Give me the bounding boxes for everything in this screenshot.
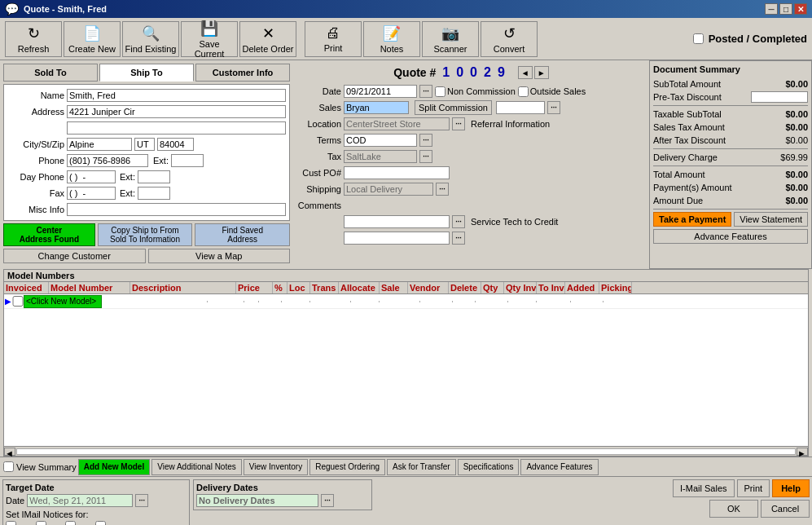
view-inventory-button[interactable]: View Inventory [244,459,308,475]
refresh-button[interactable]: ↻ Refresh [5,21,62,57]
pretax-input[interactable] [751,91,808,103]
shipping-label: Shipping [296,184,341,194]
ask-transfer-button[interactable]: Ask for Transfer [387,459,456,475]
row-checkbox[interactable] [12,296,24,307]
address-input[interactable] [67,105,286,118]
change-customer-button[interactable]: Change Customer [3,249,146,263]
terms-dots-button[interactable]: ··· [419,134,432,147]
posted-checkbox[interactable] [693,33,704,44]
fax-label: Fax [7,188,64,198]
view-summary-check[interactable]: View Summary [3,461,77,472]
split-commission-button[interactable]: Split Commission [415,100,492,115]
date-dots-button[interactable]: ··· [419,85,432,98]
day-phone-input[interactable] [67,170,116,183]
tab-sold-to[interactable]: Sold To [3,64,98,82]
advance-features-top-button[interactable]: Advance Features [653,229,808,244]
comments-dots1[interactable]: ··· [452,215,465,228]
cancel-button[interactable]: Cancel [761,500,810,518]
view-statement-button[interactable]: View Statement [734,212,808,227]
delivery-dates-input[interactable] [196,494,318,507]
sales2-input[interactable] [496,101,545,114]
take-payment-button[interactable]: Take a Payment [653,212,731,227]
non-commission-check[interactable]: Non Commission [435,86,516,97]
city-input[interactable] [67,138,132,151]
date-input[interactable] [344,85,417,98]
delete-order-button[interactable]: ✕ Delete Order [239,21,296,57]
address2-input[interactable] [67,121,286,135]
advance-features-bottom-button[interactable]: Advance Features [520,459,598,475]
find-existing-button[interactable]: 🔍 Find Existing [122,21,179,57]
phone-input[interactable] [67,154,148,167]
sales-dots-button[interactable]: ··· [547,101,560,114]
notes-icon: 📝 [383,24,401,42]
tab-customer-info[interactable]: Customer Info [195,64,290,82]
add-new-model-button[interactable]: Add New Model [78,459,150,475]
delivery-dots[interactable]: ··· [321,494,334,507]
state-input[interactable] [134,138,155,151]
view-map-button[interactable]: View a Map [148,249,291,263]
tab-ship-to[interactable]: Ship To [99,64,194,82]
cust-po-input[interactable] [344,166,450,179]
create-new-button[interactable]: 📄 Create New [64,21,121,57]
save-current-button[interactable]: 💾 Save Current [181,21,238,57]
terms-input[interactable] [344,134,417,147]
location-input[interactable] [344,117,450,130]
footer-print-button[interactable]: Print [737,479,770,497]
ok-button[interactable]: OK [709,500,758,518]
name-input[interactable] [67,89,286,102]
shipping-input[interactable] [344,183,433,196]
horizontal-scrollbar[interactable]: ◄ ► [4,446,808,456]
sales-input[interactable] [344,101,409,114]
target-date-dots[interactable]: ··· [135,494,148,507]
comments-input1[interactable] [344,215,450,228]
print-button[interactable]: 🖨 Print [305,21,362,57]
notice-6-check[interactable]: 6 & [6,521,33,525]
tax-label: Tax [296,152,341,161]
zip-input[interactable] [157,138,194,151]
shipping-dots-button[interactable]: ··· [436,183,449,196]
minimize-button[interactable]: ─ [765,3,778,15]
day-ext-input[interactable] [138,170,170,183]
model-section-title: Model Numbers [4,270,808,282]
quote-prev-button[interactable]: ◄ [518,66,533,79]
convert-button[interactable]: ↺ Convert [481,21,538,57]
tax-dots-button[interactable]: ··· [419,150,432,163]
help-button[interactable]: Help [772,479,810,497]
sales-label: Sales [296,103,341,112]
find-saved-button[interactable]: Find SavedAddress [195,223,290,246]
close-button[interactable]: ✕ [794,3,807,15]
copy-ship-button[interactable]: Copy Ship to FromSold To Information [98,223,193,246]
request-ordering-button[interactable]: Reguest Ordering [309,459,385,475]
day-phone-label: Day Phone [7,172,64,182]
maximize-button[interactable]: □ [779,3,792,15]
fax-input[interactable] [67,187,116,200]
notice-4-check[interactable]: 4 & [36,521,63,525]
tax-input[interactable] [344,150,417,163]
notice-2-check[interactable]: 2 & [65,521,92,525]
scroll-left-button[interactable]: ◄ [4,448,15,456]
outside-sales-check[interactable]: Outside Sales [518,86,586,97]
comments-dots2[interactable]: ··· [452,232,465,245]
quote-next-button[interactable]: ► [534,66,549,79]
imail-sales-button[interactable]: I-Mail Sales [673,479,734,497]
day-ext-label: Ext: [120,172,135,182]
center-address-button[interactable]: CenterAddress Found [3,223,95,246]
notice-1-check[interactable]: 1 Weeks Prior [95,521,165,525]
comments-input2[interactable] [344,232,450,245]
misc-input[interactable] [67,203,286,216]
scroll-right-button[interactable]: ► [797,448,808,456]
scroll-track[interactable] [16,448,796,455]
specifications-button[interactable]: Specifications [458,459,520,475]
title-bar: 💬 Quote - Smith, Fred ─ □ ✕ [0,0,812,18]
phone-ext-input[interactable] [171,154,204,167]
target-date-input[interactable] [27,494,133,507]
fax-ext-input[interactable] [138,187,170,200]
row-pct [244,301,259,302]
notes-button[interactable]: 📝 Notes [363,21,420,57]
city-label: City/St/Zip [7,139,64,149]
view-additional-notes-button[interactable]: View Additional Notes [151,459,242,475]
location-dots-button[interactable]: ··· [452,117,465,130]
scanner-button[interactable]: 📷 Scanner [422,21,479,57]
summary-checkbox[interactable] [3,461,14,472]
model-input[interactable] [24,295,102,308]
